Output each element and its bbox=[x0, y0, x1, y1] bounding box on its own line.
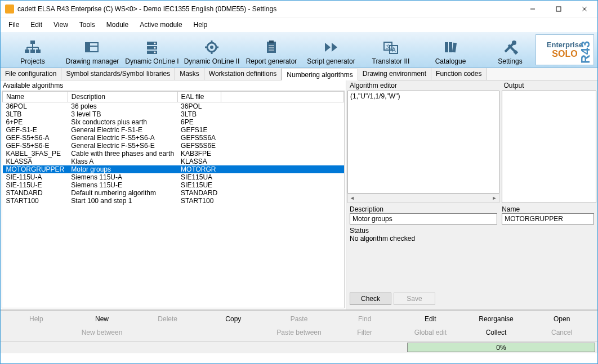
menu-help[interactable]: Help bbox=[188, 19, 213, 31]
settings-tabs: File configurationSymbol standards/Symbo… bbox=[1, 68, 597, 80]
tab-workstation-definitions[interactable]: Workstation definitions bbox=[204, 68, 282, 80]
cmd-help: Help bbox=[4, 313, 69, 325]
tab-function-codes[interactable]: Function codes bbox=[431, 68, 487, 80]
cmd-paste: Paste bbox=[267, 313, 332, 325]
svg-point-23 bbox=[210, 46, 213, 49]
tool-translator-iii[interactable]: 文ATranslator III bbox=[361, 37, 421, 68]
cmd-new-between: New between bbox=[70, 326, 135, 339]
cmd-collect[interactable]: Collect bbox=[464, 326, 529, 339]
table-row[interactable]: SIE-115U-ASiemens 115U-ASIE115UA bbox=[3, 173, 344, 181]
svg-rect-4 bbox=[30, 41, 35, 44]
table-row[interactable]: KABEL_3FAS_PECable with three phases and… bbox=[3, 150, 344, 158]
cmd-cancel: Cancel bbox=[529, 326, 594, 339]
tab-file-configuration[interactable]: File configuration bbox=[1, 68, 61, 80]
tool-drawing-manager[interactable]: Drawing manager bbox=[63, 37, 122, 68]
table-row[interactable]: START100Start 100 and step 1START100 bbox=[3, 197, 344, 205]
translate-icon: 文A bbox=[361, 37, 421, 57]
cmd-delete: Delete bbox=[135, 313, 200, 325]
algorithm-editor[interactable] bbox=[347, 91, 499, 194]
books-icon bbox=[421, 37, 480, 57]
table-row[interactable]: GEF-S1-EGeneral Electric F-S1-EGEFS1E bbox=[3, 126, 344, 134]
table-row[interactable]: 3LTB3 level TB3LTB bbox=[3, 110, 344, 118]
algorithms-table[interactable]: NameDescriptionEAL file 36POL36 poles36P… bbox=[2, 91, 344, 205]
algorithms-title: Available algorithms bbox=[1, 80, 346, 91]
description-label: Description bbox=[350, 205, 497, 213]
svg-rect-14 bbox=[86, 43, 90, 52]
table-row[interactable]: 36POL36 poles36POL bbox=[3, 102, 344, 111]
table-row[interactable]: MOTORGRUPPERMotor groupsMOTORGR bbox=[3, 165, 344, 173]
column-description[interactable]: Description bbox=[68, 92, 177, 102]
svg-rect-40 bbox=[449, 42, 452, 52]
play-icon bbox=[301, 37, 361, 57]
status-bar: 0% bbox=[1, 341, 597, 353]
svg-text:A: A bbox=[392, 47, 396, 53]
cmd-open[interactable]: Open bbox=[529, 313, 594, 325]
cmd-copy[interactable]: Copy bbox=[201, 313, 266, 325]
cmd-empty bbox=[4, 326, 69, 339]
algorithms-table-container[interactable]: NameDescriptionEAL file 36POL36 poles36P… bbox=[2, 91, 345, 308]
cmd-new[interactable]: New bbox=[70, 313, 135, 325]
table-row[interactable]: GEF-S5+S6-EGeneral Electric F-S5+S6-EGEF… bbox=[3, 142, 344, 150]
cmd-paste-between: Paste between bbox=[267, 326, 332, 339]
menu-bar: FileEditViewToolsModuleActive moduleHelp bbox=[1, 17, 597, 32]
tool-dynamic-online-i[interactable]: Dynamic OnLine I bbox=[122, 37, 182, 68]
svg-rect-29 bbox=[269, 41, 274, 43]
svg-marker-34 bbox=[332, 43, 337, 52]
menu-active-module[interactable]: Active module bbox=[134, 19, 188, 31]
table-row[interactable]: 6+PESix conductors plus earth6PE bbox=[3, 118, 344, 126]
tool-catalogue[interactable]: Catalogue bbox=[421, 37, 480, 68]
editor-label: Algorithm editor bbox=[347, 80, 499, 91]
tool-settings[interactable]: Settings bbox=[480, 37, 540, 68]
output-label: Output bbox=[502, 80, 596, 91]
cmd-reorganise[interactable]: Reorganise bbox=[464, 313, 529, 325]
status-label: Status bbox=[350, 227, 594, 235]
column-eal-file[interactable]: EAL file bbox=[177, 92, 221, 102]
tool-dynamic-online-ii[interactable]: Dynamic OnLine II bbox=[182, 37, 242, 68]
layers-icon bbox=[63, 37, 122, 57]
title-bar: cadett ELSA R43 Enterprise (C) WS<0> - D… bbox=[1, 1, 597, 17]
svg-point-19 bbox=[154, 43, 156, 44]
table-row[interactable]: SIE-115U-ESiemens 115U-ESIE115UE bbox=[3, 181, 344, 189]
window-title: cadett ELSA R43 Enterprise (C) WS<0> - D… bbox=[17, 5, 520, 13]
svg-rect-5 bbox=[25, 50, 29, 53]
menu-file[interactable]: File bbox=[3, 19, 25, 31]
cmd-edit[interactable]: Edit bbox=[398, 313, 463, 325]
table-row[interactable]: GEF-S5+S6-AGeneral Electric F-S5+S6-AGEF… bbox=[3, 134, 344, 142]
menu-module[interactable]: Module bbox=[101, 19, 134, 31]
editor-h-scrollbar[interactable]: ◄► bbox=[347, 194, 499, 203]
menu-view[interactable]: View bbox=[48, 19, 74, 31]
table-row[interactable]: KLASSAKlass AKLASSA bbox=[3, 158, 344, 165]
tool-script-generator[interactable]: Script generator bbox=[301, 37, 361, 68]
tab-masks[interactable]: Masks bbox=[175, 68, 204, 80]
tab-drawing-environment[interactable]: Drawing environment bbox=[358, 68, 431, 80]
tool-report-generator[interactable]: Report generator bbox=[242, 37, 301, 68]
svg-rect-6 bbox=[30, 50, 35, 53]
bottom-commands: HelpNewDeleteCopyPasteFindEditReorganise… bbox=[1, 310, 597, 341]
minimize-button[interactable] bbox=[520, 1, 546, 17]
close-button[interactable] bbox=[572, 1, 597, 17]
table-row[interactable]: STANDARDDefault numbering algorithmSTAND… bbox=[3, 189, 344, 197]
output-column: Output bbox=[501, 80, 597, 203]
progress-bar: 0% bbox=[407, 343, 595, 352]
name-input[interactable] bbox=[502, 213, 594, 224]
description-input[interactable] bbox=[350, 213, 497, 224]
algorithms-pane: Available algorithms NameDescriptionEAL … bbox=[1, 80, 346, 309]
workspace: Available algorithms NameDescriptionEAL … bbox=[1, 80, 597, 310]
maximize-button[interactable] bbox=[546, 1, 572, 17]
cmd-empty bbox=[201, 326, 266, 339]
check-button[interactable]: Check bbox=[350, 293, 391, 305]
editor-row: Algorithm editor ◄► Output bbox=[346, 80, 597, 203]
tool-projects[interactable]: Projects bbox=[3, 37, 63, 68]
brand-badge: Enterprise SOLO R43 bbox=[535, 34, 594, 65]
column-name[interactable]: Name bbox=[3, 92, 68, 102]
cmd-filter: Filter bbox=[332, 326, 397, 339]
menu-edit[interactable]: Edit bbox=[25, 19, 48, 31]
tab-symbol-standards-symbol-libraries[interactable]: Symbol standards/Symbol libraries bbox=[61, 68, 175, 80]
tab-numbering-algorithms[interactable]: Numbering algorithms bbox=[282, 69, 358, 80]
svg-rect-41 bbox=[452, 43, 457, 53]
svg-rect-39 bbox=[445, 42, 448, 52]
svg-point-21 bbox=[154, 52, 156, 53]
app-icon bbox=[5, 5, 14, 14]
menu-tools[interactable]: Tools bbox=[74, 19, 101, 31]
save-button[interactable]: Save bbox=[394, 293, 435, 305]
